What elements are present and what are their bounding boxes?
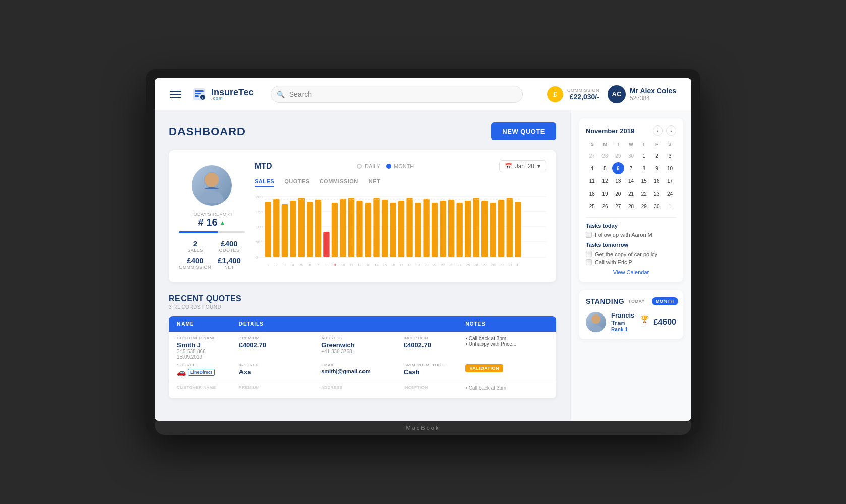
- commission-value: £22,030/-: [567, 93, 599, 101]
- cell-email: EMAIL smithj@gmail.com: [321, 363, 404, 376]
- stat-commission: £400 COMMISSION: [179, 256, 211, 270]
- standing-name: Francis Tran 🏆: [611, 311, 649, 327]
- insurer-label: INSURER: [239, 363, 322, 367]
- cal-cell[interactable]: 30: [651, 200, 663, 212]
- tasks-tomorrow-title: Tasks tomorrow: [586, 242, 676, 248]
- cell-insurer: INSURER Axa: [239, 363, 322, 376]
- svg-rect-38: [423, 199, 429, 257]
- search-container: 🔍: [271, 86, 523, 103]
- cal-cell[interactable]: 20: [612, 187, 624, 200]
- cal-cell[interactable]: 13: [612, 175, 624, 187]
- task-checkbox[interactable]: [586, 259, 592, 265]
- inception-label: INCEPTION: [404, 336, 466, 340]
- svg-rect-25: [315, 200, 321, 257]
- cal-cell[interactable]: 28: [599, 150, 611, 162]
- cal-cell[interactable]: 2: [651, 150, 663, 162]
- payment-label: PAYMENT METHOD: [404, 363, 466, 367]
- page-title: DASHBOARD: [169, 125, 246, 138]
- cal-cell[interactable]: 15: [638, 175, 650, 187]
- stat-sales-label: SALES: [179, 248, 211, 253]
- table-row-2[interactable]: CUSTOMER NAME PREMIUM ADDRESS INCEPTION: [169, 381, 556, 398]
- tasks-today: Tasks today Follow up with Aaron M: [586, 223, 676, 238]
- cell-address-2: ADDRESS: [321, 385, 404, 391]
- toggle-month[interactable]: MONTH: [386, 163, 414, 169]
- cal-cell[interactable]: 5: [599, 162, 611, 174]
- cal-cell[interactable]: 7: [625, 162, 637, 174]
- cal-cell[interactable]: 28: [625, 200, 637, 212]
- date-picker[interactable]: 📅 Jan '20 ▾: [499, 160, 546, 172]
- address-value: Greenwich: [321, 341, 404, 349]
- cal-cell[interactable]: 4: [586, 162, 598, 174]
- toggle-daily[interactable]: DAILY: [357, 163, 380, 169]
- chart-tab-quotes[interactable]: QUOTES: [284, 178, 309, 187]
- svg-text:30: 30: [508, 263, 512, 267]
- table-header: NAME DETAILS NOTES: [169, 316, 556, 332]
- cal-prev-button[interactable]: ‹: [653, 125, 663, 136]
- cal-cell[interactable]: 19: [599, 187, 611, 200]
- cal-cell[interactable]: 3: [664, 150, 676, 162]
- cal-cell[interactable]: 9: [651, 162, 663, 174]
- cal-cell[interactable]: 1: [664, 200, 676, 212]
- cal-cell[interactable]: 29: [612, 150, 624, 162]
- hamburger-menu[interactable]: [170, 91, 181, 98]
- cal-cell[interactable]: 24: [664, 187, 676, 200]
- svg-text:26: 26: [474, 263, 478, 267]
- svg-text:20: 20: [425, 263, 429, 267]
- user-name: Mr Alex Coles: [630, 87, 676, 95]
- cal-cell[interactable]: 14: [625, 175, 637, 187]
- chart-tab-sales[interactable]: SALES: [255, 178, 274, 187]
- cal-cell[interactable]: 18: [586, 187, 598, 200]
- task-checkbox[interactable]: [586, 251, 592, 257]
- cal-cell-today[interactable]: 6: [612, 162, 624, 174]
- cal-cell[interactable]: 30: [625, 150, 637, 162]
- svg-rect-21: [282, 204, 288, 257]
- svg-point-8: [205, 173, 219, 187]
- svg-text:28: 28: [491, 263, 495, 267]
- col-inception: [404, 321, 466, 327]
- cal-next-button[interactable]: ›: [666, 125, 676, 136]
- table-row[interactable]: CUSTOMER NAME Smith J 345-535-866 18.09.…: [169, 332, 556, 381]
- bar-chart: 0 50 100 150 200: [255, 192, 546, 272]
- cal-cell[interactable]: 11: [586, 175, 598, 187]
- standing-tab-month[interactable]: MONTH: [652, 297, 678, 305]
- cal-cell[interactable]: 29: [638, 200, 650, 212]
- cal-cell[interactable]: 23: [651, 187, 663, 200]
- coin-icon: £: [547, 86, 563, 102]
- new-quote-button[interactable]: NEW QUOTE: [491, 122, 556, 140]
- stat-net-label: NET: [214, 265, 245, 270]
- svg-rect-34: [390, 203, 396, 257]
- cal-cell[interactable]: 27: [586, 150, 598, 162]
- cal-cell[interactable]: 22: [638, 187, 650, 200]
- cal-cell[interactable]: 12: [599, 175, 611, 187]
- chart-tab-net[interactable]: NET: [369, 178, 381, 187]
- svg-text:24: 24: [458, 263, 462, 267]
- cell-notes-2: • Call back at 3pm: [465, 385, 548, 391]
- svg-rect-45: [481, 201, 488, 257]
- profile-avatar: [192, 165, 232, 206]
- cal-cell[interactable]: 1: [638, 150, 650, 162]
- col-address: [321, 321, 404, 327]
- cal-cell[interactable]: 8: [638, 162, 650, 174]
- cal-cell[interactable]: 10: [664, 162, 676, 174]
- cal-cell[interactable]: 16: [651, 175, 663, 187]
- svg-text:50: 50: [256, 240, 261, 244]
- trophy-icon: 🏆: [640, 315, 649, 323]
- logo: i InsureTec .com: [191, 86, 254, 102]
- table-row-bottom: SOURCE 🚗 LineDirect INSURER Axa: [177, 363, 548, 376]
- svg-text:5: 5: [300, 263, 303, 267]
- standing-tab-today[interactable]: TODAY: [624, 297, 649, 305]
- search-input[interactable]: [271, 86, 523, 103]
- cal-cell[interactable]: 21: [625, 187, 637, 200]
- view-calendar-link[interactable]: View Calendar: [586, 269, 676, 275]
- cal-cell[interactable]: 25: [586, 200, 598, 212]
- col-details: DETAILS: [239, 321, 322, 327]
- chart-tab-commission[interactable]: COMMISSION: [320, 178, 358, 187]
- source-label: SOURCE: [177, 363, 239, 367]
- cal-cell[interactable]: 26: [599, 200, 611, 212]
- cal-cell[interactable]: 17: [664, 175, 676, 187]
- user-id: 527384: [630, 95, 676, 102]
- records-found: 3 RECORDS FOUND: [169, 304, 556, 310]
- task-checkbox[interactable]: [586, 232, 592, 238]
- cal-cell[interactable]: 27: [612, 200, 624, 212]
- recent-quotes-section: RECENT QUOTES 3 RECORDS FOUND NAME DETAI…: [169, 294, 556, 398]
